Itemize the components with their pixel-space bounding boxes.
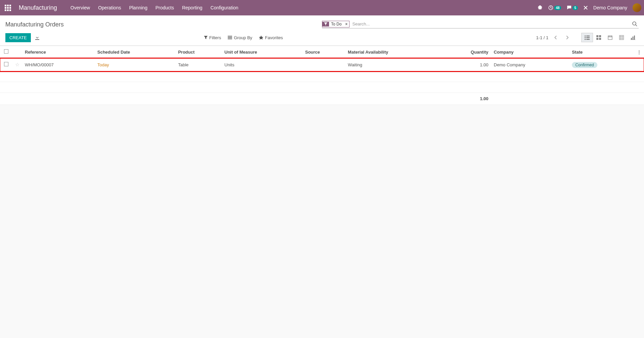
favorites-label: Favorites bbox=[265, 35, 283, 40]
cell-product: Table bbox=[175, 58, 222, 71]
cell-uom: Units bbox=[222, 58, 303, 71]
col-reference[interactable]: Reference bbox=[22, 46, 95, 58]
svg-rect-2 bbox=[228, 36, 232, 37]
search-facet-todo: To Do × bbox=[322, 21, 350, 27]
row-checkbox[interactable] bbox=[4, 62, 8, 66]
top-navbar: Manufacturing Overview Operations Planni… bbox=[0, 0, 644, 15]
col-company[interactable]: Company bbox=[491, 46, 569, 58]
nav-link-reporting[interactable]: Reporting bbox=[182, 5, 203, 10]
svg-rect-12 bbox=[599, 35, 601, 37]
cell-quantity: 1.00 bbox=[442, 58, 491, 71]
svg-rect-10 bbox=[586, 39, 590, 40]
svg-rect-8 bbox=[586, 37, 590, 38]
svg-rect-17 bbox=[631, 38, 632, 40]
nav-right: 48 5 Demo Company bbox=[537, 3, 641, 12]
svg-rect-14 bbox=[599, 38, 601, 40]
svg-point-9 bbox=[585, 39, 586, 40]
pager-next-icon[interactable] bbox=[563, 34, 571, 41]
graph-view-icon[interactable] bbox=[627, 33, 639, 42]
col-uom[interactable]: Unit of Measure bbox=[222, 46, 303, 58]
activities-icon[interactable]: 48 bbox=[548, 5, 561, 10]
spacer-row bbox=[0, 71, 644, 82]
col-scheduled-date[interactable]: Scheduled Date bbox=[95, 46, 175, 58]
nav-link-overview[interactable]: Overview bbox=[70, 5, 90, 10]
col-quantity[interactable]: Quantity bbox=[442, 46, 491, 58]
table-row[interactable]: ☆ WH/MO/00007 Today Table Units Waiting … bbox=[0, 58, 644, 71]
calendar-view-icon[interactable] bbox=[604, 33, 616, 42]
svg-point-5 bbox=[585, 36, 586, 37]
total-quantity: 1.00 bbox=[442, 93, 491, 105]
svg-rect-15 bbox=[608, 36, 612, 40]
search-icon[interactable] bbox=[631, 21, 639, 26]
svg-rect-16 bbox=[620, 36, 624, 40]
totals-row: 1.00 bbox=[0, 93, 644, 105]
col-material-availability[interactable]: Material Availability bbox=[345, 46, 442, 58]
svg-point-1 bbox=[633, 22, 636, 25]
user-avatar[interactable] bbox=[633, 3, 641, 12]
nav-link-products[interactable]: Products bbox=[155, 5, 174, 10]
apps-menu-icon[interactable] bbox=[3, 3, 13, 13]
page-title: Manufacturing Orders bbox=[5, 21, 64, 28]
svg-rect-4 bbox=[228, 39, 232, 39]
nav-link-planning[interactable]: Planning bbox=[129, 5, 148, 10]
app-name[interactable]: Manufacturing bbox=[19, 4, 57, 11]
search-input[interactable] bbox=[350, 20, 631, 27]
pager-text[interactable]: 1-1 / 1 bbox=[536, 35, 548, 40]
nav-link-configuration[interactable]: Configuration bbox=[210, 5, 238, 10]
pivot-view-icon[interactable] bbox=[616, 33, 627, 42]
create-button[interactable]: Create bbox=[5, 33, 31, 42]
filters-label: Filters bbox=[209, 35, 221, 40]
close-studio-icon[interactable] bbox=[583, 5, 588, 10]
svg-rect-11 bbox=[596, 35, 598, 37]
cell-material-availability: Waiting bbox=[345, 58, 442, 71]
svg-point-7 bbox=[585, 37, 586, 38]
col-source[interactable]: Source bbox=[303, 46, 345, 58]
filters-button[interactable]: Filters bbox=[204, 35, 221, 40]
state-badge: Confirmed bbox=[572, 62, 597, 68]
messages-icon[interactable]: 5 bbox=[567, 5, 578, 10]
messages-badge: 5 bbox=[573, 6, 578, 10]
star-icon[interactable]: ☆ bbox=[15, 62, 19, 67]
debug-icon[interactable] bbox=[537, 5, 543, 10]
list-view: Reference Scheduled Date Product Unit of… bbox=[0, 46, 644, 105]
spacer-row bbox=[0, 82, 644, 93]
svg-rect-6 bbox=[586, 36, 590, 36]
nav-link-operations[interactable]: Operations bbox=[98, 5, 121, 10]
favorites-button[interactable]: Favorites bbox=[259, 35, 283, 40]
facet-label: To Do bbox=[329, 21, 343, 27]
cell-company: Demo Company bbox=[491, 58, 569, 71]
groupby-label: Group By bbox=[234, 35, 252, 40]
col-product[interactable]: Product bbox=[175, 46, 222, 58]
cell-reference: WH/MO/00007 bbox=[22, 58, 95, 71]
nav-links: Overview Operations Planning Products Re… bbox=[70, 5, 238, 10]
svg-rect-20 bbox=[631, 40, 635, 40]
activities-badge: 48 bbox=[554, 6, 561, 10]
svg-rect-3 bbox=[228, 37, 232, 38]
list-view-icon[interactable] bbox=[581, 33, 593, 42]
company-selector[interactable]: Demo Company bbox=[593, 5, 627, 10]
svg-rect-13 bbox=[596, 38, 598, 40]
groupby-button[interactable]: Group By bbox=[228, 35, 252, 40]
table-header-row: Reference Scheduled Date Product Unit of… bbox=[0, 46, 644, 58]
cell-source bbox=[303, 58, 345, 71]
svg-rect-18 bbox=[633, 37, 634, 40]
pager-prev-icon[interactable] bbox=[552, 34, 560, 41]
orders-table: Reference Scheduled Date Product Unit of… bbox=[0, 46, 644, 105]
view-switcher bbox=[581, 33, 639, 42]
column-options-icon[interactable]: ⋮ bbox=[637, 50, 641, 55]
control-panel: Manufacturing Orders To Do × Create Filt bbox=[0, 15, 644, 46]
download-icon[interactable] bbox=[35, 35, 40, 40]
svg-rect-19 bbox=[634, 36, 635, 40]
select-all-checkbox[interactable] bbox=[4, 49, 8, 54]
facet-remove-icon[interactable]: × bbox=[343, 22, 349, 26]
col-state[interactable]: State bbox=[569, 46, 634, 58]
kanban-view-icon[interactable] bbox=[593, 33, 604, 42]
cell-scheduled-date: Today bbox=[95, 58, 175, 71]
search-bar: To Do × bbox=[322, 20, 639, 28]
filter-icon bbox=[322, 22, 329, 26]
